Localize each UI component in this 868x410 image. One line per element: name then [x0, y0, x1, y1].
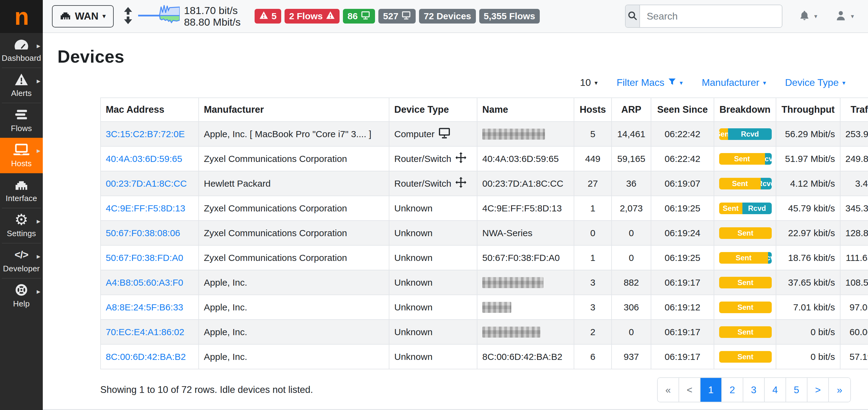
breakdown-cell: Sent Rcvd [714, 146, 776, 171]
col-header-traffic[interactable]: Traffic [840, 98, 868, 122]
search-button[interactable] [626, 5, 640, 27]
mac-address-link[interactable]: 3C:15:C2:B7:72:0E [106, 129, 185, 139]
page-button-5[interactable]: 5 [786, 378, 807, 402]
search-input[interactable] [640, 5, 782, 27]
redacted-name [482, 277, 544, 288]
mac-address-link[interactable]: 50:67:F0:38:FD:A0 [106, 253, 183, 263]
throughput-cell: 7.01 kbit/s [776, 295, 840, 320]
name-cell [477, 270, 574, 295]
col-header-throughput[interactable]: Throughput [776, 98, 840, 122]
traffic-cell: 345.33 MB [840, 196, 868, 221]
caret-down-icon: ▾ [680, 80, 683, 86]
page-button-«[interactable]: « [658, 378, 679, 402]
search-icon [627, 10, 638, 22]
devices-table: Mac Address Manufacturer Device Type Nam… [100, 97, 868, 369]
sidebar-item-dashboard[interactable]: ▸ Dashboard [0, 33, 43, 67]
rate-top: 181.70 bit/s [184, 5, 241, 16]
page-button-»[interactable]: » [829, 378, 850, 402]
traffic-cell: 128.86 MB [840, 221, 868, 245]
hosts-cell: 27 [574, 171, 612, 196]
manufacturer-cell: Hewlett Packard [199, 171, 389, 196]
arp-cell: 937 [612, 344, 651, 369]
name-cell [477, 320, 574, 344]
device-type-cell: Computer [389, 122, 477, 146]
sidebar-item-settings[interactable]: ▸ ⚙ Settings [0, 208, 43, 243]
redacted-name [482, 326, 540, 338]
col-header-manufacturer[interactable]: Manufacturer [199, 98, 389, 122]
throughput-cell: 0 bit/s [776, 344, 840, 369]
user-menu[interactable]: ▾ [835, 10, 854, 23]
seen-since-cell: 06:19:17 [651, 320, 714, 344]
sidebar-item-label: Settings [7, 229, 36, 238]
page-size-dropdown[interactable]: 10▾ [580, 77, 598, 88]
interface-selector[interactable]: WAN ▾ [52, 5, 114, 28]
alerted-flows-badge[interactable]: 2 Flows [284, 9, 340, 24]
breakdown-cell: Sent Rcvd [714, 122, 776, 146]
sent-segment: Sent [719, 227, 772, 239]
notifications-menu[interactable]: ▾ [799, 10, 817, 23]
mac-address-link[interactable]: 00:23:7D:A1:8C:CC [106, 179, 187, 189]
sidebar-item-label: Developer [3, 264, 40, 274]
breakdown-cell: Sent Rcvd [714, 196, 776, 221]
device-type-cell: Unknown [389, 196, 477, 221]
laptop-icon [13, 143, 30, 156]
manufacturer-dropdown[interactable]: Manufacturer▾ [702, 77, 766, 88]
active-hosts-badge[interactable]: 86 [343, 9, 375, 24]
arp-cell: 59,165 [612, 146, 651, 171]
mac-address-link[interactable]: A4:B8:05:60:A3:F0 [106, 277, 183, 287]
ethernet-icon [60, 10, 71, 22]
rcvd-segment: Rcvd [742, 202, 772, 214]
col-header-device-type[interactable]: Device Type [389, 98, 477, 122]
sidebar-item-flows[interactable]: Flows [0, 103, 43, 138]
table-header-row: Mac Address Manufacturer Device Type Nam… [100, 98, 868, 122]
manufacturer-cell: Apple, Inc. [ MacBook Pro "Core i7" 3...… [199, 122, 389, 146]
sidebar-item-help[interactable]: ▸ Help [0, 279, 43, 313]
total-hosts-badge[interactable]: 527 [378, 9, 416, 24]
sent-rcvd-breakdown-bar: Sent [719, 351, 772, 362]
seen-since-cell: 06:19:17 [651, 344, 714, 369]
traffic-cell: 249.81 GB [840, 146, 868, 171]
move-icon [455, 152, 467, 166]
mac-address-link[interactable]: A8:8E:24:5F:B6:33 [106, 302, 183, 312]
mac-address-link[interactable]: 50:67:F0:38:08:06 [106, 228, 180, 238]
sidebar-item-developer[interactable]: ▸ </> Developer [0, 244, 43, 278]
hosts-cell: 3 [574, 295, 612, 320]
col-header-breakdown[interactable]: Breakdown [714, 98, 776, 122]
seen-since-cell: 06:22:42 [651, 122, 714, 146]
page-button->[interactable]: > [807, 378, 829, 402]
devices-count-badge[interactable]: 72 Devices [419, 9, 475, 24]
sent-segment: Sent [719, 252, 768, 264]
mac-address-link[interactable]: 70:EC:E4:A1:86:02 [106, 327, 184, 337]
sidebar-item-interface[interactable]: Interface [0, 173, 43, 208]
mac-address-link[interactable]: 4C:9E:FF:F5:8D:13 [106, 203, 185, 213]
sidebar-item-label: Flows [11, 124, 32, 133]
mac-address-link[interactable]: 8C:00:6D:42:BA:B2 [106, 352, 186, 362]
sidebar-item-hosts[interactable]: ▸ Hosts [0, 138, 43, 173]
seen-since-cell: 06:19:12 [651, 295, 714, 320]
page-button-2[interactable]: 2 [722, 378, 743, 402]
col-header-name[interactable]: Name [477, 98, 574, 122]
filter-macs-dropdown[interactable]: Filter Macs ▾ [617, 77, 683, 88]
page-button-1[interactable]: 1 [701, 378, 722, 402]
page-button-4[interactable]: 4 [765, 378, 786, 402]
app-logo[interactable]: n [0, 0, 43, 33]
warning-icon [326, 11, 335, 21]
mac-address-link[interactable]: 40:4A:03:6D:59:65 [106, 154, 182, 164]
device-type-dropdown[interactable]: Device Type▾ [785, 77, 845, 88]
throughput-sparkline [138, 2, 180, 30]
page-button-<[interactable]: < [679, 378, 701, 402]
table-row: 8C:00:6D:42:BA:B2 Apple, Inc. Unknown 8C… [100, 344, 868, 369]
sent-rcvd-breakdown-bar: Sent [719, 227, 772, 239]
page-button-3[interactable]: 3 [743, 378, 765, 402]
name-cell: NWA-Series [477, 221, 574, 245]
mac-address-cell: 3C:15:C2:B7:72:0E [100, 122, 199, 146]
name-cell: 8C:00:6D:42:BA:B2 [477, 344, 574, 369]
col-header-mac[interactable]: Mac Address [100, 98, 199, 122]
alerts-count-badge[interactable]: 5 [255, 9, 281, 24]
global-search [625, 5, 782, 28]
col-header-seen-since[interactable]: Seen Since [651, 98, 714, 122]
sidebar-item-alerts[interactable]: ▸ Alerts [0, 68, 43, 103]
col-header-hosts[interactable]: Hosts [574, 98, 612, 122]
col-header-arp[interactable]: ARP [612, 98, 651, 122]
flows-count-badge[interactable]: 5,355 Flows [479, 9, 540, 24]
